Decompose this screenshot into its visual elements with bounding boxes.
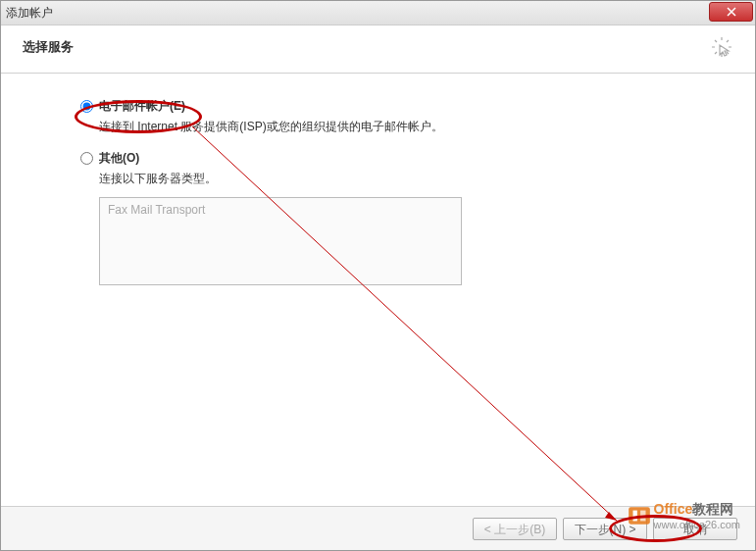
next-button[interactable]: 下一步(N) > [563,518,647,540]
header-title: 选择服务 [23,38,74,56]
window-title: 添加帐户 [6,5,750,22]
dialog-footer: < 上一步(B) 下一步(N) > 取消 [1,506,755,550]
radio-row-other[interactable]: 其他(O) [75,150,696,167]
cancel-button[interactable]: 取消 [653,518,737,540]
radio-row-email[interactable]: 电子邮件帐户(E) [75,98,696,115]
cursor-click-icon [710,35,733,59]
dialog-content: 电子邮件帐户(E) 连接到 Internet 服务提供商(ISP)或您的组织提供… [1,74,755,510]
option-email: 电子邮件帐户(E) 连接到 Internet 服务提供商(ISP)或您的组织提供… [75,98,696,135]
back-button[interactable]: < 上一步(B) [473,518,557,540]
radio-other-label: 其他(O) [99,150,139,167]
other-description: 连接以下服务器类型。 [99,171,696,187]
server-list-item: Fax Mail Transport [108,203,205,217]
close-button[interactable] [709,2,753,22]
radio-email[interactable] [80,100,93,113]
server-type-listbox[interactable]: Fax Mail Transport [99,197,462,285]
option-other: 其他(O) 连接以下服务器类型。 Fax Mail Transport [75,150,696,285]
close-icon [727,7,736,17]
radio-other[interactable] [80,152,93,165]
dialog-window: 添加帐户 选择服务 电子邮件帐户(E) 连接到 Internet 服务提供商(I… [0,0,756,551]
dialog-header: 选择服务 [1,25,755,74]
titlebar: 添加帐户 [1,1,755,25]
email-description: 连接到 Internet 服务提供商(ISP)或您的组织提供的电子邮件帐户。 [99,119,696,135]
radio-email-label: 电子邮件帐户(E) [99,98,185,115]
